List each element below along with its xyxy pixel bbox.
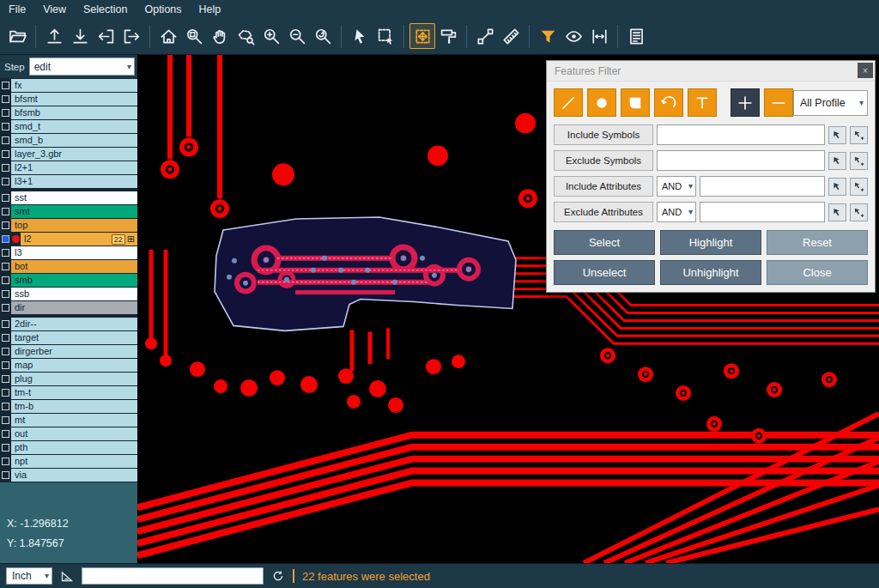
transform-select-button[interactable] — [409, 23, 435, 49]
filter-line-button[interactable] — [554, 88, 583, 117]
menu-help[interactable]: Help — [199, 3, 221, 15]
layer-visibility-checkbox[interactable] — [0, 331, 11, 344]
layer-visibility-checkbox[interactable] — [0, 120, 11, 133]
zoom-previous-button[interactable] — [310, 23, 336, 49]
layer-visibility-checkbox[interactable] — [0, 260, 11, 273]
filter-text-button[interactable] — [688, 88, 717, 117]
exclude-attributes-input[interactable] — [700, 202, 825, 222]
report-button[interactable] — [623, 23, 649, 49]
export-right-button[interactable] — [118, 23, 144, 49]
layer-label[interactable]: bfsmt — [11, 93, 137, 106]
select-rect-button[interactable] — [373, 23, 398, 49]
unhighlight-button[interactable]: Unhighlight — [660, 260, 761, 285]
import-down-button[interactable] — [67, 23, 93, 49]
filter-arc-button[interactable] — [654, 88, 683, 117]
layer-visibility-checkbox[interactable] — [0, 93, 11, 106]
layer-label[interactable]: ssb — [11, 288, 137, 300]
layer-visibility-checkbox[interactable] — [0, 318, 11, 330]
exclude-symbols-input[interactable] — [657, 150, 825, 171]
menu-options[interactable]: Options — [144, 3, 181, 15]
highlight-button[interactable]: Highlight — [660, 230, 761, 255]
units-dropdown[interactable]: Inch ▾ — [6, 567, 52, 585]
refresh-icon[interactable] — [271, 569, 285, 583]
layer-visibility-checkbox[interactable] — [0, 414, 11, 427]
dialog-title-bar[interactable]: Features Filter × — [547, 61, 875, 82]
menu-file[interactable]: File — [9, 3, 26, 15]
angle-tool-icon[interactable] — [60, 569, 74, 583]
include-symbols-input[interactable] — [657, 124, 825, 145]
exclude-symbols-button[interactable]: Exclude Symbols — [554, 150, 653, 171]
layer-label[interactable]: out — [11, 427, 137, 440]
home-view-button[interactable] — [155, 23, 181, 49]
include-symbols-button[interactable]: Include Symbols — [554, 124, 653, 145]
pick-from-canvas-button[interactable] — [828, 178, 846, 196]
filter-round-pad-button[interactable] — [587, 88, 616, 117]
measure-line-button[interactable] — [472, 23, 498, 49]
and-operator-dropdown[interactable]: AND▾ — [657, 202, 696, 222]
pick-from-canvas-button[interactable] — [828, 152, 846, 170]
select-button[interactable]: Select — [554, 230, 655, 255]
pick-add-button[interactable] — [850, 152, 868, 170]
layer-label[interactable]: fx — [11, 79, 137, 92]
close-button[interactable]: Close — [767, 260, 868, 285]
zoom-window-button[interactable] — [181, 23, 207, 49]
profile-dropdown[interactable]: All Profile ▾ — [793, 90, 868, 116]
layer-label[interactable]: mt — [11, 414, 137, 427]
layer-label[interactable]: smd_b — [11, 134, 137, 147]
layer-visibility-checkbox[interactable] — [0, 301, 11, 314]
pick-from-canvas-button[interactable] — [828, 203, 846, 221]
export-up-button[interactable] — [41, 23, 67, 49]
pick-from-canvas-button[interactable] — [828, 126, 846, 144]
layer-label[interactable]: bfsmb — [11, 106, 137, 119]
filter-surface-button[interactable] — [621, 88, 650, 117]
layer-label[interactable]: bot — [11, 260, 137, 273]
layer-visibility-checkbox[interactable] — [0, 134, 11, 147]
command-input[interactable] — [82, 567, 264, 585]
snap-measure-button[interactable] — [586, 23, 612, 49]
layer-visibility-checkbox[interactable] — [0, 205, 11, 218]
layer-label[interactable]: map — [11, 359, 137, 372]
layer-label[interactable]: tm-b — [11, 400, 137, 413]
layer-visibility-checkbox[interactable] — [0, 191, 11, 204]
layer-label[interactable]: smt — [11, 205, 137, 218]
filter-remove-button[interactable] — [764, 88, 793, 117]
step-dropdown[interactable]: edit ▾ — [29, 58, 135, 76]
layer-label[interactable]: l3 — [11, 246, 137, 259]
layer-label[interactable]: layer_3.gbr — [11, 148, 137, 161]
layer-label[interactable]: smb — [11, 274, 137, 287]
layer-label[interactable]: 2dir-- — [11, 318, 137, 330]
layer-visibility-checkbox[interactable] — [0, 274, 11, 287]
layer-visibility-checkbox[interactable] — [0, 233, 11, 246]
zoom-out-button[interactable] — [284, 23, 310, 49]
layer-label[interactable]: via — [11, 469, 137, 482]
layer-visibility-checkbox[interactable] — [0, 386, 11, 399]
layer-visibility-checkbox[interactable] — [0, 106, 11, 119]
ruler-button[interactable] — [498, 23, 524, 49]
pick-add-button[interactable] — [850, 178, 868, 196]
layer-visibility-checkbox[interactable] — [0, 427, 11, 440]
lasso-zoom-button[interactable] — [233, 23, 258, 49]
layer-label[interactable]: l222⊞ — [21, 233, 137, 246]
reset-button[interactable]: Reset — [767, 230, 868, 255]
layer-label[interactable]: sst — [11, 191, 137, 204]
layer-visibility-checkbox[interactable] — [0, 345, 11, 358]
pan-hand-button[interactable] — [207, 23, 233, 49]
import-left-button[interactable] — [93, 23, 118, 49]
select-cursor-button[interactable] — [347, 23, 373, 49]
layer-label[interactable]: pth — [11, 441, 137, 454]
layer-visibility-checkbox[interactable] — [0, 373, 11, 385]
layer-label[interactable]: smd_t — [11, 120, 137, 133]
layer-label[interactable]: plug — [11, 373, 137, 385]
layer-label[interactable]: l3+1 — [11, 175, 137, 188]
filter-add-button[interactable] — [730, 88, 760, 117]
features-filter-button[interactable] — [535, 23, 561, 49]
layer-label[interactable]: top — [11, 219, 137, 232]
layer-label[interactable]: l2+1 — [11, 161, 137, 174]
dialog-close-button[interactable]: × — [858, 63, 873, 78]
layer-visibility-checkbox[interactable] — [0, 288, 11, 300]
menu-view[interactable]: View — [43, 3, 66, 15]
and-operator-dropdown[interactable]: AND▾ — [657, 176, 696, 197]
layer-visibility-checkbox[interactable] — [0, 441, 11, 454]
layer-visibility-checkbox[interactable] — [0, 219, 11, 232]
layer-visibility-checkbox[interactable] — [0, 455, 11, 468]
